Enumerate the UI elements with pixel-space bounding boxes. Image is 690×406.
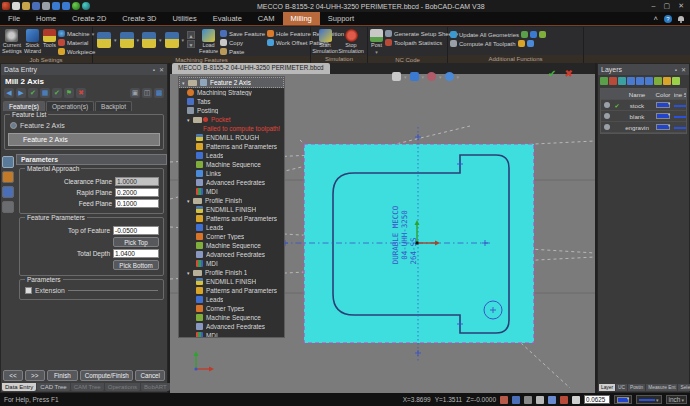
stock-wizard-button[interactable]: Stock Wizard — [24, 28, 41, 54]
tab-posting[interactable]: Postin — [628, 384, 645, 391]
tab-milling[interactable]: Milling — [283, 12, 320, 25]
snap-increment-input[interactable] — [584, 395, 610, 404]
tree-item-advanced-feedrates[interactable]: Advanced Feedrates — [179, 322, 284, 331]
tree-item-pocket[interactable]: ▾Pocket Failed to compute toolpath! — [179, 115, 284, 133]
tab-file[interactable]: File — [0, 12, 28, 25]
mill-tool-icon-2[interactable] — [120, 32, 134, 48]
help-icon[interactable]: ? — [664, 15, 672, 23]
update-all-geometries-button[interactable]: Update All Geometries — [450, 31, 546, 38]
lead-params-tab[interactable] — [2, 186, 14, 198]
pin-icon[interactable]: ▪ — [153, 67, 155, 73]
grid-toggle-icon[interactable] — [500, 396, 508, 404]
stop-simulation-button[interactable]: Stop Simulation — [339, 28, 363, 54]
tree-item-machining-strategy[interactable]: Machining Strategy — [179, 88, 284, 97]
layer-row-engravin[interactable]: engravin — [601, 122, 686, 133]
track-toggle-icon[interactable] — [548, 396, 556, 404]
feature-list-selected-item[interactable]: Feature 2 Axis — [8, 133, 160, 146]
tab-features[interactable]: Feature(s) — [3, 101, 45, 111]
tree-item-machine-sequence[interactable]: Machine Sequence — [179, 160, 284, 169]
ucs-toggle-icon[interactable] — [536, 396, 544, 404]
misc-params-tab[interactable] — [2, 201, 14, 213]
undo-icon[interactable] — [52, 2, 60, 10]
update-option-icon-1[interactable] — [521, 31, 528, 38]
save-feature-icon[interactable]: ▦ — [40, 88, 50, 98]
line-style-sample[interactable] — [674, 105, 686, 107]
visibility-eye-icon[interactable] — [604, 113, 610, 119]
tab-selection[interactable]: Selectio — [678, 384, 690, 391]
finish-button[interactable]: Finish — [47, 370, 79, 381]
tab-layer[interactable]: Layer — [599, 384, 615, 391]
mill-tool-icon-3[interactable] — [142, 32, 156, 48]
confirm-ok-icon[interactable]: ✔ — [548, 68, 556, 79]
tree-item-patterns-parameters[interactable]: Patterns and Parameters — [179, 286, 284, 295]
close-button[interactable]: ✕ — [678, 2, 684, 10]
settings-grid-icon[interactable]: ▩ — [154, 88, 164, 98]
tree-item-tabs[interactable]: Tabs — [179, 97, 284, 106]
move-left-icon[interactable] — [627, 77, 635, 85]
ribbon-collapse-icon[interactable]: ˄ — [654, 14, 658, 23]
document-tab[interactable]: MECCO B-8155-2 04-UHH-3250 PERIMETER.bbc… — [172, 63, 330, 74]
compute-flag-icon[interactable]: ⚑ — [64, 88, 74, 98]
pick-bottom-button[interactable]: Pick Bottom — [113, 260, 159, 270]
material-button[interactable]: Material — [58, 39, 95, 46]
notifications-bell-icon[interactable] — [678, 16, 684, 21]
clearance-plane-input[interactable] — [115, 177, 159, 186]
cancel-button[interactable]: Cancel — [135, 370, 165, 381]
compute-all-toolpath-button[interactable]: Compute All Toolpath — [450, 40, 546, 47]
tools-button[interactable]: Tools — [43, 28, 56, 49]
close-red-icon[interactable]: ✖ — [76, 88, 86, 98]
tab-evaluate[interactable]: Evaluate — [205, 12, 250, 25]
line-style-sample[interactable] — [674, 127, 686, 129]
load-feature-button[interactable]: Load Feature — [199, 28, 218, 54]
tree-item-links[interactable]: Links — [179, 169, 284, 178]
snap-toggle-icon[interactable] — [512, 396, 520, 404]
rename-layer-icon[interactable] — [618, 77, 626, 85]
update-option-icon-2[interactable] — [530, 31, 537, 38]
move-up-icon[interactable] — [636, 77, 644, 85]
tree-item-profile-finish[interactable]: ▾Profile Finish — [179, 196, 284, 205]
tree-item-mdi[interactable]: MDI — [179, 259, 284, 268]
tree-item-corner-types[interactable]: Corner Types — [179, 304, 284, 313]
tree-item-corner-types[interactable]: Corner Types — [179, 232, 284, 241]
tab-cad-tree[interactable]: CAD Tree — [37, 383, 69, 391]
maximize-button[interactable]: ▢ — [664, 2, 671, 10]
tab-operations[interactable]: Operations — [105, 383, 140, 391]
tool-scroll-down-icon[interactable]: ▼ — [187, 40, 195, 48]
workpiece-button[interactable]: Workpiece — [58, 48, 95, 55]
pick-top-button[interactable]: Pick Top — [113, 237, 159, 247]
add-layer-icon[interactable] — [600, 77, 608, 85]
active-color-dropdown[interactable] — [614, 395, 632, 404]
tree-item-mdi[interactable]: MDI — [179, 187, 284, 196]
viewport[interactable]: DURABLE MECCO 04-UHH-3250 264-SS — [170, 63, 595, 393]
tree-item-leads[interactable]: Leads — [179, 295, 284, 304]
step-back-button[interactable]: << — [3, 370, 23, 381]
tab-create-2d[interactable]: Create 2D — [64, 12, 114, 25]
mill-tool-icon-1[interactable] — [97, 32, 111, 48]
entity-snap-icon[interactable] — [560, 396, 568, 404]
tab-create-3d[interactable]: Create 3D — [114, 12, 164, 25]
pin-icon[interactable]: ▪ — [675, 67, 677, 73]
tab-operations[interactable]: Operation(s) — [46, 101, 94, 111]
view-cube-icon[interactable] — [410, 72, 419, 81]
layer-color-swatch[interactable] — [656, 102, 670, 108]
new-file-icon[interactable] — [12, 2, 20, 10]
tab-data-entry[interactable]: Data Entry — [2, 383, 36, 391]
mill-tool-icon-4[interactable] — [165, 32, 179, 48]
back-icon[interactable]: ◀ — [4, 88, 14, 98]
bob-orb-green-icon[interactable] — [72, 2, 80, 10]
feature-2-axis-radio[interactable]: Feature 2 Axis — [8, 121, 160, 130]
tree-item-leads[interactable]: Leads — [179, 151, 284, 160]
rotate-view-icon[interactable] — [445, 72, 454, 81]
update-option-icon-3[interactable] — [539, 31, 546, 38]
tree-item-endmill-finish[interactable]: ENDMILL FINISH — [179, 205, 284, 214]
tree-item-machine-sequence[interactable]: Machine Sequence — [179, 241, 284, 250]
current-settings-button[interactable]: Current Settings — [2, 28, 22, 54]
minimize-button[interactable]: – — [652, 2, 656, 10]
apply-check-icon[interactable]: ✔ — [28, 88, 38, 98]
tree-item-advanced-feedrates[interactable]: Advanced Feedrates — [179, 250, 284, 259]
forward-icon[interactable]: ▶ — [16, 88, 26, 98]
print-icon[interactable] — [42, 2, 50, 10]
isolate-layer-icon[interactable] — [663, 77, 671, 85]
tab-utilities[interactable]: Utilities — [164, 12, 204, 25]
line-style-sample[interactable] — [674, 116, 686, 118]
